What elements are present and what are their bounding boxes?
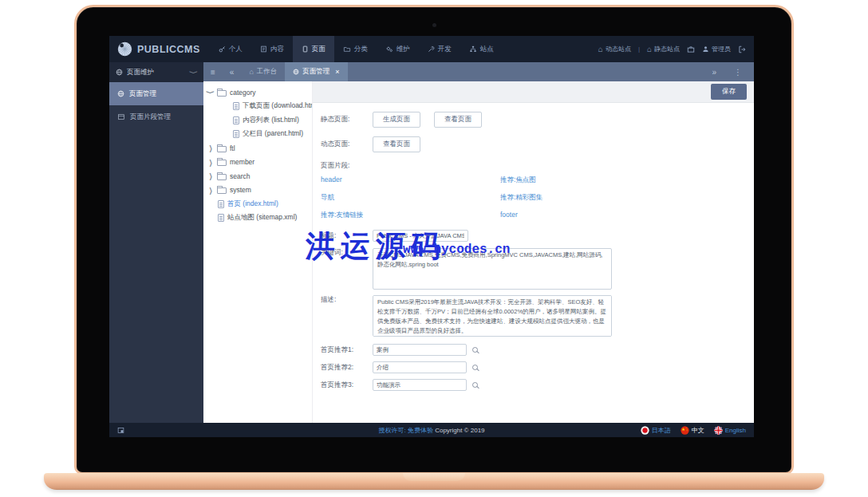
copyright-text: Copyright © 2019 <box>435 427 484 434</box>
nav-item-category[interactable]: 分类 <box>334 36 377 62</box>
nav-item-label: 开发 <box>438 45 452 54</box>
tab-label: 页面管理 <box>302 67 329 77</box>
nav-item-page[interactable]: 页面 <box>293 36 334 62</box>
fragment-link-gallery[interactable]: 推荐:精彩图集 <box>500 193 746 203</box>
caret-down-icon[interactable]: ❭ <box>207 89 215 95</box>
tab-workbench[interactable]: ⌂ 工作台 <box>241 62 285 81</box>
key-icon <box>219 45 226 53</box>
brand: PUBLICCMS <box>109 36 210 62</box>
admin-menu[interactable]: 管理员 <box>702 45 731 53</box>
nav-item-content[interactable]: 内容 <box>251 36 293 62</box>
fragment-link-nav[interactable]: 导航 <box>321 193 500 203</box>
briefcase-button[interactable] <box>687 45 695 53</box>
maintenance-gears-icon <box>385 45 393 53</box>
dynamic-site-link[interactable]: ⌂ 动态站点 <box>598 45 631 53</box>
recommend2-input[interactable] <box>373 361 467 373</box>
nav-item-label: 维护 <box>397 45 410 54</box>
more-options-icon[interactable]: ⋮ <box>727 68 749 77</box>
save-button[interactable]: 保存 <box>711 84 747 100</box>
title-label: 标题: <box>321 231 373 241</box>
home-icon: ⌂ <box>598 45 603 53</box>
tree-node-label: category <box>230 89 256 97</box>
brand-title: PUBLICCMS <box>137 44 200 55</box>
recommend3-input[interactable] <box>373 379 467 391</box>
nav-item-label: 站点 <box>480 45 494 54</box>
recommend3-label: 首页推荐3: <box>321 381 373 390</box>
caret-right-icon[interactable]: ❭ <box>207 172 213 180</box>
fragments-label: 页面片段: <box>321 161 373 171</box>
tree-node-search[interactable]: ❭ search <box>203 169 312 183</box>
page: PUBLICCMS 个人 内容 <box>0 0 868 497</box>
tree-node-sitemap[interactable]: 站点地图 (sitemap.xml) <box>203 211 312 226</box>
tree-node-download-page[interactable]: 下载页面 (download.htm <box>203 100 312 114</box>
tree-node-label: 站点地图 (sitemap.xml) <box>227 213 297 223</box>
home-icon: ⌂ <box>249 68 253 76</box>
folder-icon <box>217 160 227 166</box>
page-metadata-form: 静态页面: 生成页面 查看页面 动态页面: 查看页面 页面片段: <box>313 103 754 423</box>
right-column: ≡ « ⌂ 工作台 页面管理 × <box>203 62 754 423</box>
static-site-link[interactable]: ⌂ 静态站点 <box>647 45 680 53</box>
license-link[interactable]: 授权许可: 免费体验 <box>378 427 432 434</box>
user-icon <box>702 45 709 53</box>
logout-button[interactable] <box>738 45 746 53</box>
chevron-down-icon: ❭ <box>190 69 199 75</box>
tree-node-index-page[interactable]: 首页 (index.html) <box>203 197 312 211</box>
recommend1-input[interactable] <box>373 344 467 356</box>
search-icon[interactable] <box>472 382 478 388</box>
title-row: 标题: <box>321 230 746 242</box>
tree-node-content-list[interactable]: 内容列表 (list.html) <box>203 113 312 128</box>
nav-item-personal[interactable]: 个人 <box>210 36 251 62</box>
generate-page-button[interactable]: 生成页面 <box>373 112 420 128</box>
tree-node-member[interactable]: ❭ member <box>203 156 312 170</box>
view-dynamic-page-button[interactable]: 查看页面 <box>373 136 420 152</box>
dynamic-site-label: 动态站点 <box>606 45 631 53</box>
tree-node-label: system <box>230 186 251 194</box>
menu-toggle-icon[interactable]: ≡ <box>203 62 223 81</box>
content-icon <box>260 45 267 53</box>
sidebar-item-page-manage[interactable]: 页面管理 <box>109 82 203 105</box>
home-icon: ⌂ <box>647 45 652 53</box>
lang-japanese[interactable]: 日本語 <box>641 426 671 435</box>
tree-node-ftl[interactable]: ❭ ftl <box>203 141 312 156</box>
tree-node-parent-category[interactable]: 父栏目 (parent.html) <box>203 128 312 142</box>
title-input[interactable] <box>373 230 468 242</box>
lang-english[interactable]: English <box>714 426 746 435</box>
sidebar-item-page-fragment-manage[interactable]: 页面片段管理 <box>109 105 203 128</box>
category-folder-icon <box>343 45 351 53</box>
search-icon[interactable] <box>472 347 478 353</box>
body-row: 页面维护 ❭ 页面管理 页面片段管理 <box>109 62 754 423</box>
collapse-tabs-icon[interactable]: « <box>223 62 242 81</box>
recommend2-row: 首页推荐2: <box>321 361 746 373</box>
tree-node-label: search <box>230 172 251 180</box>
tab-page-manage[interactable]: 页面管理 × <box>285 62 347 81</box>
tree-node-label: 内容列表 (list.html) <box>243 116 299 125</box>
search-icon[interactable] <box>472 365 478 370</box>
dynamic-page-label: 动态页面: <box>321 140 373 149</box>
publiccms-logo-icon <box>117 41 132 57</box>
language-switcher: 日本語 中文 <box>641 426 746 435</box>
caret-right-icon[interactable]: ❭ <box>207 158 213 167</box>
nav-item-site[interactable]: 站点 <box>460 36 503 62</box>
close-tab-icon[interactable]: × <box>335 68 339 76</box>
caret-right-icon[interactable]: ❭ <box>207 144 213 152</box>
caret-right-icon[interactable]: ❭ <box>207 186 213 195</box>
expand-tabs-icon[interactable]: » <box>704 68 724 77</box>
tree-node-label: 父栏目 (parent.html) <box>243 129 303 139</box>
nav-item-develop[interactable]: 开发 <box>419 36 460 62</box>
tree-node-system[interactable]: ❭ system <box>203 183 312 198</box>
sidebar-group-page-maintenance[interactable]: 页面维护 ❭ <box>109 62 203 82</box>
fragment-link-header[interactable]: header <box>321 176 500 185</box>
lang-chinese[interactable]: 中文 <box>681 426 704 435</box>
file-icon <box>233 116 239 124</box>
recommend1-label: 首页推荐1: <box>321 345 373 355</box>
keywords-textarea[interactable]: 开源CMS,JAVA CMS,免费CMS,免费商用,SpringMVC CMS,… <box>373 248 612 290</box>
view-static-page-button[interactable]: 查看页面 <box>434 112 482 128</box>
admin-label: 管理员 <box>712 45 731 53</box>
fragment-link-friend-links[interactable]: 推荐:友情链接 <box>321 211 500 220</box>
nav-item-maintenance[interactable]: 维护 <box>377 36 419 62</box>
fragment-link-focus-image[interactable]: 推荐:焦点图 <box>500 176 746 185</box>
fragment-link-footer[interactable]: footer <box>500 211 746 220</box>
description-textarea[interactable]: Public CMS采用2019年最新主流JAVA技术开发：完全开源、架构科学、… <box>373 295 612 337</box>
tree-node-category[interactable]: ❭ category <box>203 85 312 100</box>
template-file-tree: ❭ category 下载页面 (download.htm 内容列表 (list… <box>203 81 313 423</box>
